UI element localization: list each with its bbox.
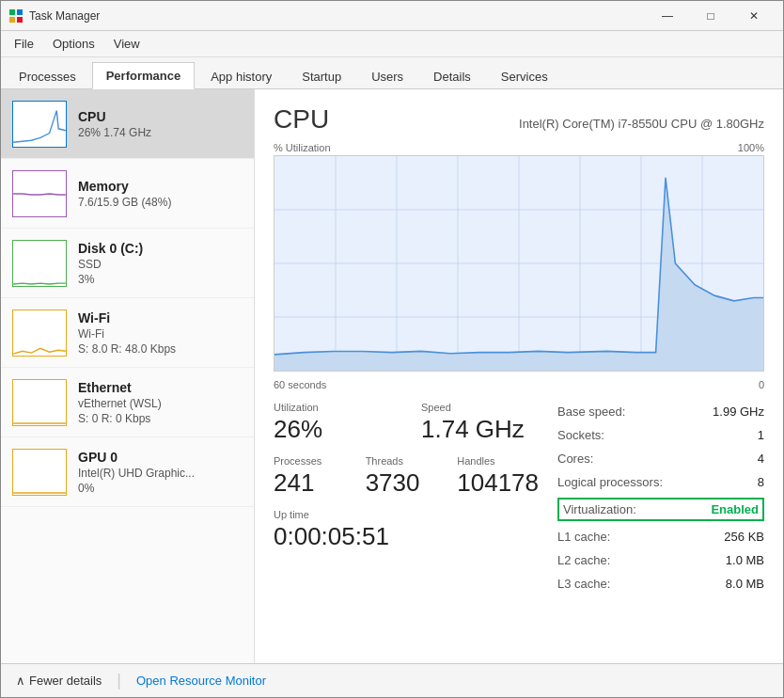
chart-label-0: 0 <box>759 379 764 390</box>
sidebar-item-disk[interactable]: Disk 0 (C:) SSD 3% <box>1 229 254 298</box>
sidebar-wifi-name: Wi-Fi <box>78 310 243 325</box>
sidebar-disk-sub2: 3% <box>78 273 243 286</box>
l3-label: L3 cache: <box>557 577 610 591</box>
threads-stat: Threads 3730 <box>366 455 428 498</box>
chart-label-utilization: % Utilization <box>274 142 331 153</box>
sidebar-item-ethernet[interactable]: Ethernet vEthernet (WSL) S: 0 R: 0 Kbps <box>1 368 254 437</box>
l1-value: 256 KB <box>724 530 764 544</box>
sidebar-cpu-info: CPU 26% 1.74 GHz <box>78 109 243 139</box>
chevron-up-icon: ∧ <box>16 674 25 688</box>
svg-rect-1 <box>17 9 23 15</box>
sidebar-item-cpu[interactable]: CPU 26% 1.74 GHz <box>1 89 254 159</box>
window-title: Task Manager <box>29 9 646 23</box>
l2-row: L2 cache: 1.0 MB <box>557 550 764 570</box>
l1-label: L1 cache: <box>557 530 610 544</box>
sockets-value: 1 <box>758 428 764 442</box>
sidebar-disk-sub1: SSD <box>78 258 243 271</box>
cpu-info-panel: Base speed: 1.99 GHz Sockets: 1 Cores: 4… <box>539 402 764 594</box>
speed-stat: Speed 1.74 GHz <box>421 402 539 444</box>
footer-separator: | <box>117 671 121 690</box>
minimize-button[interactable]: — <box>646 1 689 31</box>
speed-value: 1.74 GHz <box>421 415 539 444</box>
sidebar-gpu-sub1: Intel(R) UHD Graphic... <box>78 467 243 480</box>
cores-label: Cores: <box>557 452 593 466</box>
chart-labels-bottom: 60 seconds 0 <box>274 379 764 390</box>
tab-performance[interactable]: Performance <box>92 62 195 89</box>
task-manager-window: Task Manager — □ ✕ File Options View Pro… <box>0 0 784 698</box>
stats-row-1: Utilization 26% Speed 1.74 GHz <box>274 402 539 444</box>
tab-users[interactable]: Users <box>357 63 417 89</box>
virt-label: Virtualization: <box>563 502 636 516</box>
l3-value: 8.0 MB <box>726 577 764 591</box>
app-icon <box>8 8 24 24</box>
tab-processes[interactable]: Processes <box>5 63 90 89</box>
sidebar-eth-name: Ethernet <box>78 380 243 395</box>
stats-section: Utilization 26% Speed 1.74 GHz Processes… <box>274 402 764 594</box>
titlebar: Task Manager — □ ✕ <box>1 1 783 31</box>
disk-mini-graph <box>12 240 67 287</box>
sidebar-eth-info: Ethernet vEthernet (WSL) S: 0 R: 0 Kbps <box>78 380 243 425</box>
handles-value: 104178 <box>457 468 539 498</box>
sidebar-item-memory[interactable]: Memory 7.6/15.9 GB (48%) <box>1 159 254 229</box>
fewer-details-label: Fewer details <box>29 674 102 688</box>
tab-services[interactable]: Services <box>487 63 562 89</box>
virtualization-row: Virtualization: Enabled <box>557 498 764 521</box>
sidebar-eth-sub1: vEthernet (WSL) <box>78 397 243 410</box>
processes-stat: Processes 241 <box>274 455 336 498</box>
chart-label-100: 100% <box>738 142 764 153</box>
memory-mini-graph <box>12 170 67 217</box>
menubar: File Options View <box>1 31 783 57</box>
logical-value: 8 <box>758 475 764 489</box>
tab-startup[interactable]: Startup <box>288 63 355 89</box>
logical-label: Logical processors: <box>557 475 663 489</box>
l1-row: L1 cache: 256 KB <box>557 527 764 547</box>
sidebar-cpu-name: CPU <box>78 109 243 124</box>
svg-rect-0 <box>9 9 15 15</box>
menu-view[interactable]: View <box>104 33 149 55</box>
l2-label: L2 cache: <box>557 553 610 567</box>
tab-bar: Processes Performance App history Startu… <box>1 57 783 89</box>
base-speed-value: 1.99 GHz <box>713 405 764 419</box>
sidebar-memory-info: Memory 7.6/15.9 GB (48%) <box>78 179 243 209</box>
tab-app-history[interactable]: App history <box>196 63 286 89</box>
chart-label-60s: 60 seconds <box>274 379 326 390</box>
sockets-label: Sockets: <box>557 428 604 442</box>
utilization-label: Utilization <box>274 402 391 413</box>
cpu-main-title: CPU <box>274 104 329 135</box>
logical-row: Logical processors: 8 <box>557 472 764 492</box>
menu-file[interactable]: File <box>5 33 43 55</box>
uptime-stat: Up time 0:00:05:51 <box>274 509 539 551</box>
open-resource-monitor-link[interactable]: Open Resource Monitor <box>136 674 266 688</box>
tab-details[interactable]: Details <box>419 63 485 89</box>
sidebar-item-wifi[interactable]: Wi-Fi Wi-Fi S: 8.0 R: 48.0 Kbps <box>1 298 254 368</box>
processes-label: Processes <box>274 455 336 467</box>
uptime-label: Up time <box>274 509 539 520</box>
sidebar-memory-name: Memory <box>78 179 243 194</box>
footer: ∧ Fewer details | Open Resource Monitor <box>1 663 783 697</box>
uptime-value: 0:00:05:51 <box>274 522 539 551</box>
sidebar: CPU 26% 1.74 GHz Memory 7.6/15.9 GB (48%… <box>1 89 255 663</box>
fewer-details-button[interactable]: ∧ Fewer details <box>16 674 102 688</box>
l3-row: L3 cache: 8.0 MB <box>557 574 764 594</box>
processes-value: 241 <box>274 468 336 498</box>
sidebar-gpu-sub2: 0% <box>78 482 243 495</box>
utilization-value: 26% <box>274 415 391 444</box>
utilization-stat: Utilization 26% <box>274 402 391 444</box>
stats-row-2: Processes 241 Threads 3730 Handles 10417… <box>274 455 539 498</box>
cpu-model: Intel(R) Core(TM) i7-8550U CPU @ 1.80GHz <box>519 117 764 131</box>
chart-labels-top: % Utilization 100% <box>274 142 764 153</box>
sidebar-gpu-info: GPU 0 Intel(R) UHD Graphic... 0% <box>78 450 243 495</box>
menu-options[interactable]: Options <box>43 33 104 55</box>
left-stats: Utilization 26% Speed 1.74 GHz Processes… <box>274 402 539 594</box>
main-content: CPU 26% 1.74 GHz Memory 7.6/15.9 GB (48%… <box>1 89 783 663</box>
close-button[interactable]: ✕ <box>732 1 776 31</box>
sidebar-disk-info: Disk 0 (C:) SSD 3% <box>78 241 243 286</box>
base-speed-label: Base speed: <box>557 405 625 419</box>
sidebar-cpu-sub: 26% 1.74 GHz <box>78 126 243 139</box>
cores-value: 4 <box>758 452 764 466</box>
maximize-button[interactable]: □ <box>689 1 732 31</box>
sidebar-item-gpu[interactable]: GPU 0 Intel(R) UHD Graphic... 0% <box>1 437 254 507</box>
sidebar-disk-name: Disk 0 (C:) <box>78 241 243 256</box>
sidebar-wifi-info: Wi-Fi Wi-Fi S: 8.0 R: 48.0 Kbps <box>78 310 243 356</box>
cpu-header: CPU Intel(R) Core(TM) i7-8550U CPU @ 1.8… <box>274 104 764 135</box>
